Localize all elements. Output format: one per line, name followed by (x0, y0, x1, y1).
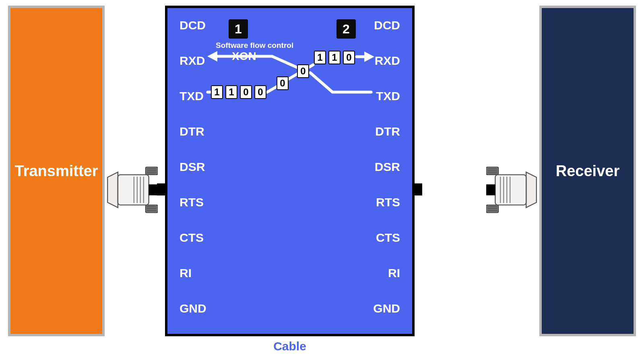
pin-ri-right: RI (388, 265, 400, 281)
pin-txd-left: TXD (180, 88, 204, 104)
pin-dtr-left: DTR (180, 124, 204, 139)
pin-rxd-left: RXD (180, 53, 205, 68)
data-bit: 1 (225, 85, 237, 99)
xon-label: XON (232, 50, 256, 63)
pin-dtr-right: DTR (375, 124, 400, 139)
software-flow-control-label: Software flow control (216, 41, 293, 50)
svg-marker-8 (107, 172, 118, 208)
pin-gnd-left: GND (180, 301, 206, 316)
data-bit: 0 (297, 64, 309, 78)
data-bit: 0 (240, 85, 252, 99)
pin-labels-right: DCDRXDTXDDTRDSRRTSCTSRIGND (373, 18, 400, 316)
svg-marker-23 (526, 172, 537, 208)
pin-rxd-right: RXD (375, 53, 400, 68)
transmitter-label: Transmitter (15, 162, 98, 180)
side-number-2: 2 (336, 19, 356, 39)
pin-dsr-right: DSR (375, 159, 400, 175)
side-number-1: 1 (229, 19, 248, 39)
receiver-label: Receiver (556, 162, 619, 180)
pin-dcd-right: DCD (374, 18, 400, 33)
svg-rect-24 (495, 175, 526, 205)
data-bit: 0 (343, 51, 355, 64)
connector-right-icon (486, 166, 538, 214)
pin-labels-left: DCDRXDTXDDTRDSRRTSCTSRIGND (180, 18, 206, 316)
connector-left-icon (106, 166, 158, 214)
svg-marker-30 (207, 51, 217, 62)
diagram-canvas: Transmitter Receiver (0, 0, 644, 362)
data-bit: 0 (277, 76, 289, 90)
bits-cross-hi: 0 (297, 64, 309, 78)
data-bit: 1 (211, 85, 223, 99)
data-bit: 1 (328, 51, 341, 64)
pin-dsr-left: DSR (180, 159, 205, 175)
svg-marker-33 (364, 51, 374, 62)
transmitter-box: Transmitter (8, 6, 105, 336)
pin-cts-left: CTS (180, 230, 204, 245)
bits-cross-lo: 0 (277, 76, 289, 90)
bits-txd: 1100 (211, 85, 266, 99)
data-bit: 0 (254, 85, 266, 99)
svg-rect-29 (486, 184, 495, 195)
svg-rect-14 (149, 184, 158, 195)
receiver-box: Receiver (539, 6, 636, 336)
bits-rxd: 110 (314, 51, 355, 64)
data-bit: 1 (314, 51, 326, 64)
pin-ri-left: RI (180, 265, 192, 281)
pin-gnd-right: GND (373, 301, 400, 316)
pin-dcd-left: DCD (180, 18, 206, 33)
svg-rect-9 (118, 175, 149, 205)
pin-txd-right: TXD (376, 88, 400, 104)
cable-box: 1 2 Software flow control XON DCDRXDTXDD… (165, 6, 415, 336)
cable-label: Cable (165, 339, 415, 353)
pin-rts-right: RTS (376, 195, 400, 210)
pin-rts-left: RTS (180, 195, 204, 210)
pin-cts-right: CTS (376, 230, 400, 245)
